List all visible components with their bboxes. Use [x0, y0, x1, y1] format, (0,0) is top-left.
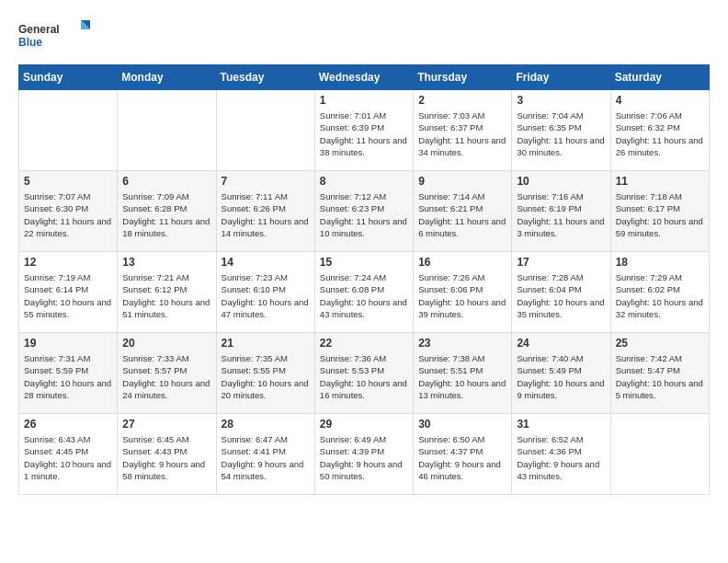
day-number: 9	[418, 175, 506, 188]
week-row-4: 19Sunrise: 7:31 AM Sunset: 5:59 PM Dayli…	[19, 333, 710, 414]
day-number: 21	[222, 337, 310, 350]
week-row-1: 1Sunrise: 7:01 AM Sunset: 6:39 PM Daylig…	[19, 90, 710, 171]
day-info: Sunrise: 7:26 AM Sunset: 6:06 PM Dayligh…	[418, 271, 506, 320]
day-info: Sunrise: 7:36 AM Sunset: 5:53 PM Dayligh…	[320, 352, 408, 401]
calendar-cell: 1Sunrise: 7:01 AM Sunset: 6:39 PM Daylig…	[314, 90, 413, 171]
calendar-cell: 21Sunrise: 7:35 AM Sunset: 5:55 PM Dayli…	[216, 333, 314, 414]
day-number: 8	[320, 175, 408, 188]
weekday-header-thursday: Thursday	[414, 65, 512, 90]
week-row-2: 5Sunrise: 7:07 AM Sunset: 6:30 PM Daylig…	[19, 171, 710, 252]
day-number: 24	[517, 337, 605, 350]
day-info: Sunrise: 7:40 AM Sunset: 5:49 PM Dayligh…	[517, 352, 605, 401]
day-info: Sunrise: 7:12 AM Sunset: 6:23 PM Dayligh…	[320, 190, 408, 239]
day-info: Sunrise: 7:04 AM Sunset: 6:35 PM Dayligh…	[517, 109, 605, 158]
day-info: Sunrise: 7:14 AM Sunset: 6:21 PM Dayligh…	[418, 190, 506, 239]
day-number: 12	[24, 256, 112, 269]
weekday-header-wednesday: Wednesday	[314, 65, 413, 90]
day-number: 1	[320, 94, 408, 107]
calendar-cell: 29Sunrise: 6:49 AM Sunset: 4:39 PM Dayli…	[314, 414, 413, 495]
calendar-cell: 14Sunrise: 7:23 AM Sunset: 6:10 PM Dayli…	[216, 252, 314, 333]
day-number: 13	[122, 256, 210, 269]
calendar-cell: 22Sunrise: 7:36 AM Sunset: 5:53 PM Dayli…	[314, 333, 413, 414]
day-info: Sunrise: 7:24 AM Sunset: 6:08 PM Dayligh…	[320, 271, 408, 320]
calendar-cell: 27Sunrise: 6:45 AM Sunset: 4:43 PM Dayli…	[118, 414, 216, 495]
weekday-header-friday: Friday	[512, 65, 610, 90]
day-info: Sunrise: 7:18 AM Sunset: 6:17 PM Dayligh…	[616, 190, 704, 239]
day-number: 17	[517, 256, 605, 269]
day-number: 22	[320, 337, 408, 350]
calendar-cell: 23Sunrise: 7:38 AM Sunset: 5:51 PM Dayli…	[414, 333, 512, 414]
day-info: Sunrise: 7:33 AM Sunset: 5:57 PM Dayligh…	[122, 352, 210, 401]
weekday-header-sunday: Sunday	[19, 65, 118, 90]
day-number: 29	[320, 418, 408, 431]
weekday-header-row: SundayMondayTuesdayWednesdayThursdayFrid…	[19, 65, 710, 90]
calendar-cell: 16Sunrise: 7:26 AM Sunset: 6:06 PM Dayli…	[414, 252, 512, 333]
calendar-cell: 26Sunrise: 6:43 AM Sunset: 4:45 PM Dayli…	[19, 414, 118, 495]
day-number: 30	[418, 418, 506, 431]
day-info: Sunrise: 7:31 AM Sunset: 5:59 PM Dayligh…	[24, 352, 112, 401]
calendar-cell: 5Sunrise: 7:07 AM Sunset: 6:30 PM Daylig…	[19, 171, 118, 252]
day-info: Sunrise: 6:52 AM Sunset: 4:36 PM Dayligh…	[517, 433, 605, 482]
calendar-cell	[19, 90, 118, 171]
day-info: Sunrise: 6:49 AM Sunset: 4:39 PM Dayligh…	[320, 433, 408, 482]
day-number: 10	[517, 175, 605, 188]
day-number: 16	[418, 256, 506, 269]
calendar-cell	[216, 90, 314, 171]
calendar-cell: 28Sunrise: 6:47 AM Sunset: 4:41 PM Dayli…	[216, 414, 314, 495]
logo-svg: General Blue	[18, 18, 92, 55]
svg-text:General: General	[18, 23, 60, 36]
calendar-cell: 7Sunrise: 7:11 AM Sunset: 6:26 PM Daylig…	[216, 171, 314, 252]
day-number: 2	[418, 94, 506, 107]
week-row-3: 12Sunrise: 7:19 AM Sunset: 6:14 PM Dayli…	[19, 252, 710, 333]
day-info: Sunrise: 7:35 AM Sunset: 5:55 PM Dayligh…	[222, 352, 310, 401]
day-info: Sunrise: 7:29 AM Sunset: 6:02 PM Dayligh…	[616, 271, 704, 320]
day-info: Sunrise: 7:38 AM Sunset: 5:51 PM Dayligh…	[418, 352, 506, 401]
page-header: General Blue	[18, 18, 710, 55]
day-number: 11	[616, 175, 704, 188]
day-number: 4	[616, 94, 704, 107]
day-number: 20	[122, 337, 210, 350]
day-info: Sunrise: 7:06 AM Sunset: 6:32 PM Dayligh…	[616, 109, 704, 158]
day-info: Sunrise: 7:11 AM Sunset: 6:26 PM Dayligh…	[222, 190, 310, 239]
week-row-5: 26Sunrise: 6:43 AM Sunset: 4:45 PM Dayli…	[19, 414, 710, 495]
calendar-cell: 19Sunrise: 7:31 AM Sunset: 5:59 PM Dayli…	[19, 333, 118, 414]
weekday-header-tuesday: Tuesday	[216, 65, 314, 90]
calendar-cell: 6Sunrise: 7:09 AM Sunset: 6:28 PM Daylig…	[118, 171, 216, 252]
calendar-table: SundayMondayTuesdayWednesdayThursdayFrid…	[18, 64, 710, 495]
calendar-cell: 18Sunrise: 7:29 AM Sunset: 6:02 PM Dayli…	[610, 252, 709, 333]
day-info: Sunrise: 7:42 AM Sunset: 5:47 PM Dayligh…	[616, 352, 704, 401]
calendar-cell: 10Sunrise: 7:16 AM Sunset: 6:19 PM Dayli…	[512, 171, 610, 252]
day-info: Sunrise: 6:45 AM Sunset: 4:43 PM Dayligh…	[122, 433, 210, 482]
day-info: Sunrise: 7:23 AM Sunset: 6:10 PM Dayligh…	[222, 271, 310, 320]
day-number: 6	[122, 175, 210, 188]
day-number: 14	[222, 256, 310, 269]
day-number: 3	[517, 94, 605, 107]
calendar-cell: 2Sunrise: 7:03 AM Sunset: 6:37 PM Daylig…	[414, 90, 512, 171]
day-number: 15	[320, 256, 408, 269]
day-number: 27	[122, 418, 210, 431]
day-number: 23	[418, 337, 506, 350]
day-info: Sunrise: 6:47 AM Sunset: 4:41 PM Dayligh…	[222, 433, 310, 482]
day-info: Sunrise: 7:01 AM Sunset: 6:39 PM Dayligh…	[320, 109, 408, 158]
day-info: Sunrise: 6:50 AM Sunset: 4:37 PM Dayligh…	[418, 433, 506, 482]
day-info: Sunrise: 7:16 AM Sunset: 6:19 PM Dayligh…	[517, 190, 605, 239]
day-number: 19	[24, 337, 112, 350]
calendar-cell: 9Sunrise: 7:14 AM Sunset: 6:21 PM Daylig…	[414, 171, 512, 252]
day-info: Sunrise: 7:28 AM Sunset: 6:04 PM Dayligh…	[517, 271, 605, 320]
day-number: 18	[616, 256, 704, 269]
day-info: Sunrise: 6:43 AM Sunset: 4:45 PM Dayligh…	[24, 433, 112, 482]
svg-text:Blue: Blue	[18, 36, 42, 49]
day-number: 31	[517, 418, 605, 431]
day-number: 5	[24, 175, 112, 188]
day-number: 26	[24, 418, 112, 431]
day-info: Sunrise: 7:07 AM Sunset: 6:30 PM Dayligh…	[24, 190, 112, 239]
day-number: 28	[222, 418, 310, 431]
calendar-cell	[610, 414, 709, 495]
calendar-cell: 31Sunrise: 6:52 AM Sunset: 4:36 PM Dayli…	[512, 414, 610, 495]
calendar-cell	[118, 90, 216, 171]
calendar-cell: 4Sunrise: 7:06 AM Sunset: 6:32 PM Daylig…	[610, 90, 709, 171]
day-number: 25	[616, 337, 704, 350]
calendar-cell: 11Sunrise: 7:18 AM Sunset: 6:17 PM Dayli…	[610, 171, 709, 252]
calendar-cell: 30Sunrise: 6:50 AM Sunset: 4:37 PM Dayli…	[414, 414, 512, 495]
day-info: Sunrise: 7:19 AM Sunset: 6:14 PM Dayligh…	[24, 271, 112, 320]
